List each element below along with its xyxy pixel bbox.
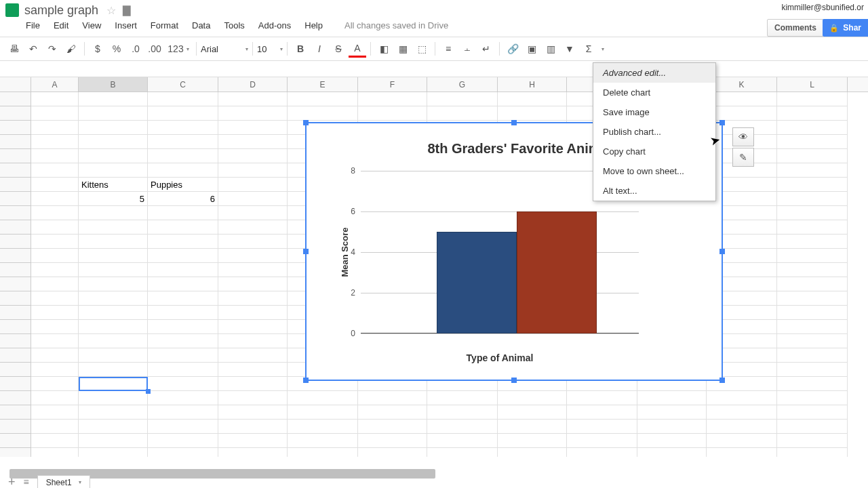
paint-format-icon[interactable]: 🖌 <box>62 40 80 58</box>
cell[interactable] <box>777 235 848 249</box>
valign-icon[interactable]: ⫠ <box>458 40 476 58</box>
cell[interactable] <box>777 377 848 391</box>
cell[interactable] <box>218 434 288 448</box>
currency-icon[interactable]: $ <box>89 40 106 58</box>
cell[interactable] <box>148 220 218 235</box>
cell[interactable] <box>218 192 288 206</box>
cell[interactable] <box>218 391 288 405</box>
resize-handle-n[interactable] <box>511 120 517 125</box>
cell[interactable] <box>79 135 148 149</box>
row-header[interactable] <box>0 220 31 235</box>
row-header[interactable] <box>0 163 31 178</box>
cell[interactable] <box>31 334 79 348</box>
cell[interactable] <box>31 348 79 363</box>
cell[interactable] <box>148 448 218 457</box>
cell[interactable] <box>707 106 777 121</box>
cell[interactable] <box>31 121 79 135</box>
cell[interactable] <box>218 235 288 249</box>
cell[interactable] <box>218 249 288 263</box>
cell[interactable] <box>498 448 567 457</box>
cell[interactable] <box>777 192 848 206</box>
cell[interactable] <box>79 434 148 448</box>
cell[interactable] <box>218 135 288 149</box>
cell[interactable] <box>218 334 288 348</box>
cell[interactable] <box>218 306 288 320</box>
cell[interactable] <box>567 391 637 405</box>
cell[interactable] <box>31 249 79 263</box>
row-header[interactable] <box>0 420 31 434</box>
column-header[interactable]: F <box>358 77 427 92</box>
row-header[interactable] <box>0 448 31 457</box>
font-name-select[interactable]: Arial▾ <box>201 44 248 54</box>
cell[interactable] <box>777 334 848 348</box>
cell[interactable] <box>31 405 79 420</box>
comments-button[interactable]: Comments <box>767 19 824 37</box>
cell[interactable] <box>777 306 848 320</box>
cell[interactable] <box>777 149 848 163</box>
more-formats-button[interactable]: 123▾ <box>165 40 192 58</box>
cell[interactable] <box>777 220 848 235</box>
cell[interactable] <box>79 106 148 121</box>
font-size-select[interactable]: 10 <box>257 44 276 54</box>
resize-handle-e[interactable] <box>719 249 725 254</box>
column-header[interactable]: G <box>427 77 498 92</box>
cell[interactable] <box>777 291 848 306</box>
column-header[interactable]: K <box>707 77 777 92</box>
cell[interactable] <box>31 363 79 377</box>
cell[interactable] <box>31 306 79 320</box>
cell[interactable] <box>218 263 288 277</box>
cell[interactable] <box>79 163 148 178</box>
cell[interactable] <box>288 391 358 405</box>
cell[interactable] <box>148 348 218 363</box>
cell[interactable] <box>79 334 148 348</box>
cell[interactable] <box>79 121 148 135</box>
cell[interactable] <box>31 163 79 178</box>
text-color-icon[interactable]: A <box>349 40 366 58</box>
cell[interactable] <box>79 263 148 277</box>
cell[interactable] <box>148 163 218 178</box>
all-sheets-button[interactable]: ≡ <box>24 476 29 487</box>
cell[interactable] <box>218 206 288 220</box>
cell[interactable] <box>777 277 848 291</box>
cell[interactable] <box>358 106 427 121</box>
cell[interactable] <box>31 235 79 249</box>
cell[interactable] <box>218 420 288 434</box>
menu-tools[interactable]: Tools <box>218 18 250 33</box>
cell[interactable] <box>79 448 148 457</box>
percent-icon[interactable]: % <box>108 40 125 58</box>
cell[interactable] <box>777 163 848 178</box>
cell[interactable] <box>288 420 358 434</box>
cell[interactable] <box>427 391 498 405</box>
column-header[interactable]: L <box>777 77 848 92</box>
row-header[interactable] <box>0 263 31 277</box>
cell[interactable] <box>31 220 79 235</box>
cell[interactable] <box>79 405 148 420</box>
cell[interactable] <box>218 163 288 178</box>
row-header[interactable] <box>0 348 31 363</box>
cell[interactable] <box>288 405 358 420</box>
cell[interactable] <box>218 149 288 163</box>
cell[interactable] <box>148 92 218 106</box>
cell[interactable] <box>148 263 218 277</box>
cell[interactable] <box>79 92 148 106</box>
row-header[interactable] <box>0 434 31 448</box>
cell[interactable] <box>637 448 707 457</box>
cell[interactable] <box>148 235 218 249</box>
add-sheet-button[interactable]: + <box>8 475 16 489</box>
cell[interactable] <box>148 121 218 135</box>
cell[interactable] <box>427 434 498 448</box>
cell[interactable] <box>777 135 848 149</box>
menu-edit[interactable]: Edit <box>48 18 74 33</box>
cell[interactable] <box>31 377 79 391</box>
resize-handle-sw[interactable] <box>303 378 309 383</box>
link-icon[interactable]: 🔗 <box>504 40 521 58</box>
cell[interactable] <box>31 391 79 405</box>
menu-view[interactable]: View <box>77 18 106 33</box>
row-header[interactable] <box>0 377 31 391</box>
cell[interactable] <box>707 405 777 420</box>
ctx-alt-text[interactable]: Alt text... <box>593 181 715 201</box>
column-header[interactable]: A <box>31 77 79 92</box>
cell[interactable] <box>31 263 79 277</box>
cell[interactable] <box>427 448 498 457</box>
cell[interactable] <box>148 277 218 291</box>
